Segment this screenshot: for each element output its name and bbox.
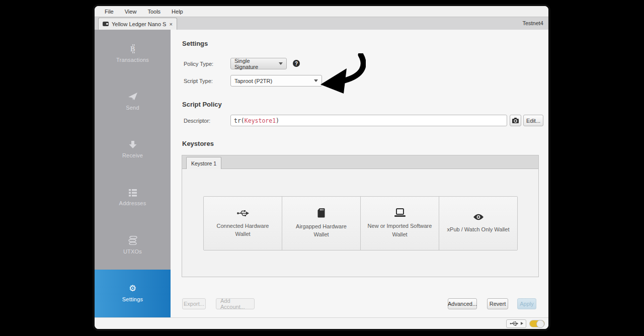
sidebar-item-transactions[interactable]: B Transactions (95, 30, 171, 77)
paper-plane-icon (128, 92, 138, 101)
annotation-arrow (318, 53, 366, 100)
revert-button[interactable]: Revert (487, 298, 508, 309)
descriptor-field[interactable]: tr(Keystore1) (230, 115, 507, 126)
laptop-icon (394, 208, 406, 217)
export-button[interactable]: Export... (182, 298, 206, 309)
camera-icon (512, 118, 519, 123)
sidebar-item-addresses[interactable]: Addresses (95, 174, 171, 221)
coins-icon (128, 236, 138, 245)
script-policy-title: Script Policy (182, 101, 222, 108)
server-connection-toggle[interactable] (529, 320, 545, 327)
keystores-title: Keystores (182, 140, 214, 147)
keystore-options: Connected Hardware Wallet Airgapped Hard… (203, 196, 518, 250)
menu-view[interactable]: View (119, 9, 142, 15)
policy-type-label: Policy Type: (184, 61, 213, 67)
chevron-down-icon (279, 62, 283, 65)
script-type-select[interactable]: Taproot (P2TR) (230, 75, 322, 87)
airgapped-hardware-wallet-button[interactable]: Airgapped Hardware Wallet (282, 197, 361, 250)
sidebar-item-label: Send (126, 105, 139, 111)
sidebar-item-label: Addresses (119, 200, 146, 206)
menu-help[interactable]: Help (166, 9, 189, 15)
app-window: File View Tools Help Yellow Ledger Nano … (93, 4, 550, 331)
scan-qr-button[interactable] (510, 115, 521, 126)
eye-icon (473, 213, 484, 221)
sidebar-item-label: UTXOs (123, 248, 142, 255)
menu-bar: File View Tools Help (95, 6, 548, 17)
keystore-tab[interactable]: Keystore 1 (186, 157, 221, 169)
tab-close-icon[interactable]: × (169, 21, 172, 27)
usb-icon (236, 209, 250, 217)
tab-bar: Yellow Ledger Nano S × Testnet4 (95, 17, 548, 30)
status-bar (95, 317, 548, 329)
script-type-label: Script Type: (184, 78, 213, 84)
sidebar-item-label: Settings (122, 296, 143, 302)
wallet-tab-label: Yellow Ledger Nano S (112, 21, 166, 27)
edit-descriptor-button[interactable]: Edit... (523, 115, 543, 126)
sidebar-item-utxos[interactable]: UTXOs (95, 221, 171, 269)
script-type-value: Taproot (P2TR) (234, 78, 272, 84)
policy-type-value: Single Signature (234, 58, 275, 70)
keystore-option-label: Connected Hardware Wallet (210, 222, 276, 238)
policy-type-select[interactable]: Single Signature (230, 58, 287, 69)
toggle-knob (536, 320, 544, 328)
descriptor-label: Descriptor: (184, 118, 210, 124)
gear-icon: ⚙ (129, 284, 136, 293)
expand-icon (521, 322, 523, 325)
keystore-option-label: New or Imported Software Wallet (367, 222, 433, 238)
sidebar-item-label: Transactions (116, 57, 149, 63)
descriptor-prefix: tr( (234, 117, 245, 124)
sdcard-icon (317, 208, 325, 218)
sidebar: B Transactions Send Receive (95, 30, 171, 317)
wallet-tab[interactable]: Yellow Ledger Nano S × (98, 18, 177, 30)
chevron-down-icon (314, 79, 318, 82)
svg-text:B: B (130, 45, 135, 53)
usb-device-button[interactable] (506, 319, 526, 328)
wallet-icon (103, 22, 109, 26)
help-icon[interactable]: ? (293, 60, 300, 67)
page-title: Settings (182, 40, 208, 47)
usb-icon (510, 320, 519, 326)
menu-file[interactable]: File (99, 9, 119, 15)
bitcoin-icon: B (128, 44, 137, 53)
sidebar-item-receive[interactable]: Receive (95, 126, 171, 174)
descriptor-suffix: ) (276, 117, 279, 124)
apply-button[interactable]: Apply (517, 298, 536, 309)
menu-tools[interactable]: Tools (142, 9, 166, 15)
network-badge: Testnet4 (522, 20, 543, 26)
arrow-down-icon (129, 141, 137, 149)
keystore-option-label: Airgapped Hardware Wallet (289, 222, 354, 239)
connected-hardware-wallet-button[interactable]: Connected Hardware Wallet (204, 197, 282, 250)
settings-panel: Settings Policy Type: Single Signature ?… (171, 30, 548, 317)
keystore-tab-bar: Keystore 1 (182, 155, 538, 169)
descriptor-keystore: Keystore1 (245, 117, 276, 124)
keystore-option-label: xPub / Watch Only Wallet (446, 225, 511, 234)
xpub-watch-only-wallet-button[interactable]: xPub / Watch Only Wallet (439, 197, 517, 250)
add-account-button[interactable]: Add Account... (216, 298, 255, 309)
sidebar-item-send[interactable]: Send (95, 77, 171, 125)
list-icon (128, 189, 137, 197)
advanced-button[interactable]: Advanced... (448, 298, 477, 309)
sidebar-item-label: Receive (122, 152, 143, 158)
keystores-panel: Keystore 1 Connected Hardwar (182, 155, 539, 277)
sidebar-item-settings[interactable]: ⚙ Settings (95, 270, 171, 317)
new-software-wallet-button[interactable]: New or Imported Software Wallet (361, 197, 439, 250)
